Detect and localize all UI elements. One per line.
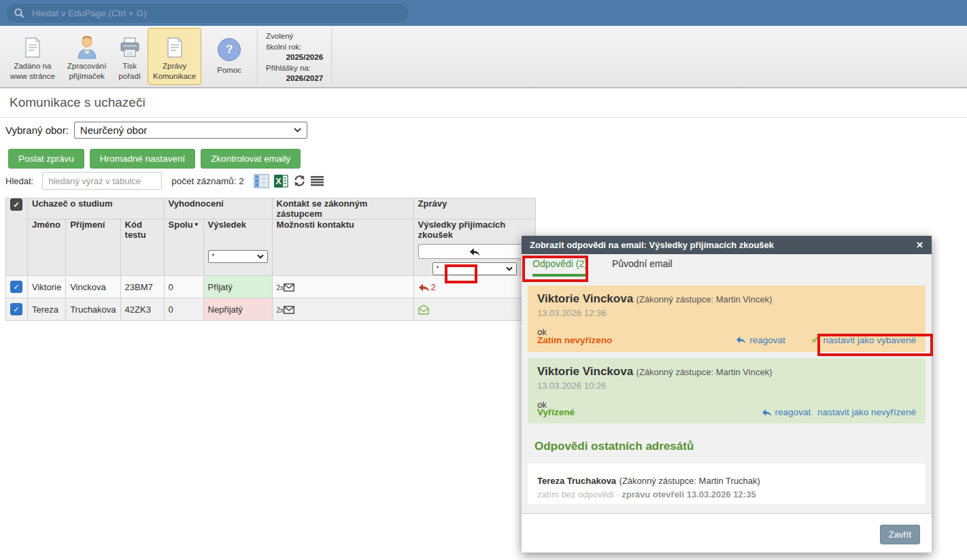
page-title: Komunikace s uchazeči	[10, 95, 146, 110]
help-icon: ?	[218, 38, 241, 61]
mark-unresolved-link[interactable]: nastavit jako nevyřízené	[817, 407, 916, 417]
table-search-label: Hledat:	[5, 176, 33, 186]
tab-replies[interactable]: Odpovědi (2)	[532, 258, 588, 277]
refresh-icon[interactable]	[293, 175, 306, 187]
toolbar-item-pomoc[interactable]: ? Pomoc	[211, 28, 247, 85]
toolbar-item-tisk[interactable]: Tisk pořadí	[113, 28, 146, 85]
toolbar-item-zpracovani[interactable]: Zpracování přijímaček	[62, 28, 112, 85]
result-filter-select[interactable]: *	[208, 250, 268, 263]
close-button[interactable]: Zavřít	[880, 525, 920, 544]
toolbar-item-zadano-www[interactable]: Zadáno na www stránce	[5, 28, 61, 85]
reply-date: 13.03.2026 10:26	[537, 381, 916, 391]
reply-icon[interactable]	[418, 283, 430, 292]
toolbar: Zadáno na www stránce Zpracování přijíma…	[0, 26, 967, 88]
excel-export-icon[interactable]: X	[274, 175, 288, 188]
react-label: reagovat	[749, 335, 785, 345]
column-label: Spolu	[169, 220, 193, 230]
column-label: Výsledek	[208, 220, 268, 230]
separator-dot: ·	[616, 489, 619, 500]
cell-replies[interactable]: 2	[413, 276, 535, 298]
toolbar-label: www stránce	[10, 71, 55, 82]
school-year-info: Zvolený školní rok: 2025/2026 Přihlášky …	[263, 26, 326, 87]
group-header-evaluation: Vyhodnocení	[164, 198, 272, 220]
applicants-table: ✓ Uchazeč o studium Vyhodnocení Kontakt …	[5, 198, 536, 321]
year-label: školní rok:	[266, 42, 323, 53]
toolbar-separator	[257, 29, 258, 84]
column-header-test-code[interactable]: Kód testu	[120, 220, 164, 276]
envelope-open-icon[interactable]	[418, 304, 429, 315]
table-row[interactable]: ✓ Viktorie Vinckova 23BM7 0 Přijatý 2x 2	[6, 276, 536, 298]
record-count: počet záznamů: 2	[171, 176, 244, 186]
replies-filter-button[interactable]	[418, 244, 531, 259]
global-search-input[interactable]	[31, 7, 409, 19]
toolbar-separator	[331, 29, 332, 84]
recipient-status: zatím bez odpovědi	[537, 489, 614, 500]
others-heading: Odpovědi ostatních adresátů	[535, 440, 694, 453]
modal-title: Zobrazit odpovědi na email: Výsledky při…	[530, 240, 916, 250]
table-search-input[interactable]	[42, 172, 162, 190]
bulk-settings-button[interactable]: Hromadné nastavení	[90, 149, 195, 169]
envelope-icon	[284, 283, 294, 292]
mark-resolved-link[interactable]: ✔ nastavit jako vybavené	[811, 334, 916, 346]
reply-status: Vyřízené	[537, 407, 575, 417]
contact-count: 2x	[277, 307, 284, 314]
cell-last-name: Truchakova	[66, 298, 120, 321]
column-header-total[interactable]: Spolu ▼	[164, 220, 203, 276]
field-filter-select[interactable]: Neurčený obor	[74, 122, 307, 139]
cell-total: 0	[164, 298, 203, 321]
cell-contact-options[interactable]: 2x	[272, 276, 413, 298]
chevron-down-icon	[294, 128, 301, 133]
react-link[interactable]: reagovat	[762, 407, 811, 417]
toolbar-item-zpravy-komunikace[interactable]: Zprávy Komunikace	[148, 28, 201, 85]
reply-icon	[762, 408, 772, 417]
select-all-cell: ✓	[6, 198, 28, 276]
year-label: Přihlášky na:	[266, 63, 323, 74]
send-message-button[interactable]: Poslat zprávu	[8, 149, 84, 169]
table-row[interactable]: ✓ Tereza Truchakova 42ZK3 0 Nepřijatý 2x	[6, 298, 536, 321]
column-header-first-name[interactable]: Jméno	[28, 220, 66, 276]
list-view-icon[interactable]	[311, 176, 324, 186]
year-value: 2025/2026	[266, 52, 323, 63]
year-value: 2026/2027	[266, 73, 323, 84]
cell-message-opened[interactable]	[413, 298, 535, 321]
year-label: Zvolený	[266, 31, 323, 42]
cell-contact-options[interactable]: 2x	[272, 298, 413, 321]
recipient-opened: zprávu otevřeli 13.03.2026 12:35	[622, 489, 756, 500]
column-header-exam-results[interactable]: Výsledky přijímacích zkoušek *	[413, 220, 535, 276]
group-header-contact: Kontakt se zákonným zástupcem	[272, 198, 413, 220]
recipient-name: Tereza Truchakova	[537, 476, 616, 486]
row-checkbox[interactable]: ✓	[10, 303, 22, 315]
column-header-result[interactable]: Výsledek *	[203, 220, 272, 276]
top-bar	[0, 0, 967, 26]
global-search[interactable]	[5, 3, 409, 24]
exam-results-filter-select[interactable]: *	[432, 262, 517, 275]
recipient-guardian: (Zákonný zástupce: Martin Truchak)	[620, 476, 760, 486]
field-filter-value: Neurčený obor	[80, 124, 147, 136]
columns-icon[interactable]	[254, 174, 269, 188]
cell-total: 0	[164, 276, 203, 298]
sort-desc-icon[interactable]: ▼	[194, 222, 199, 228]
modal-footer: Zavřít	[522, 513, 932, 553]
row-checkbox[interactable]: ✓	[10, 281, 22, 293]
tab-original-email[interactable]: Původní email	[612, 258, 673, 277]
cell-test-code: 42ZK3	[120, 298, 164, 321]
toolbar-label: Tisk	[122, 61, 137, 71]
reply-author: Viktorie Vinckova	[537, 365, 633, 378]
reply-date: 13.03.2026 12:36	[537, 308, 916, 318]
cell-result: Přijatý	[203, 276, 272, 298]
column-header-contact-options[interactable]: Možnosti kontaktu	[272, 220, 413, 276]
reply-card-pending: Viktorie Vinckova (Zákonný zástupce: Mar…	[528, 285, 926, 352]
mark-unresolved-label: nastavit jako nevyřízené	[817, 407, 916, 417]
envelope-icon	[284, 306, 294, 314]
reply-count: 2	[431, 282, 436, 292]
tab-label: Původní email	[612, 258, 673, 269]
react-link[interactable]: reagovat	[736, 335, 785, 345]
select-all-checkbox[interactable]: ✓	[10, 198, 22, 211]
react-label: reagovat	[775, 407, 811, 417]
divider	[0, 117, 967, 118]
cell-test-code: 23BM7	[120, 276, 164, 298]
column-header-last-name[interactable]: Příjmení	[66, 220, 120, 276]
modal-header[interactable]: Zobrazit odpovědi na email: Výsledky při…	[522, 236, 932, 254]
check-emails-button[interactable]: Zkontrolovat emaily	[201, 149, 301, 169]
close-icon[interactable]: ✕	[916, 240, 923, 250]
